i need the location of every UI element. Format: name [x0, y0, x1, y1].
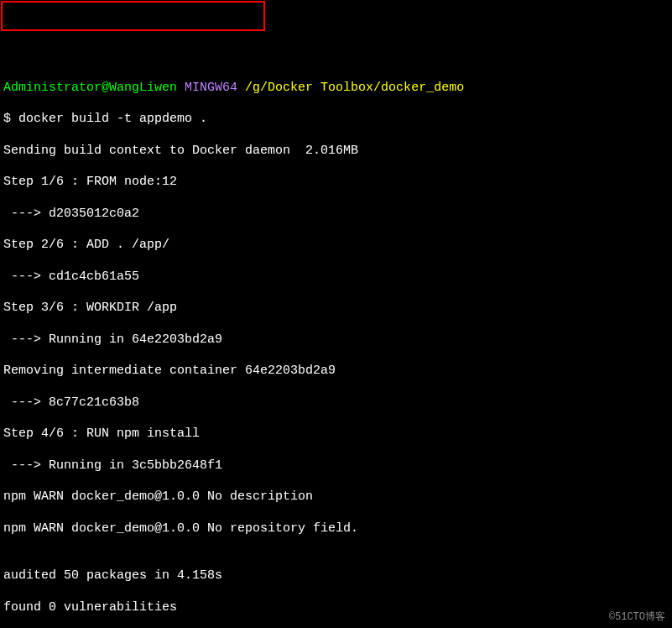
output-line: Step 1/6 : FROM node:12: [3, 175, 669, 191]
watermark-text: ©51CTO博客: [609, 611, 665, 624]
output-line: ---> Running in 64e2203bd2a9: [3, 332, 669, 348]
output-line: ---> 8c77c21c63b8: [3, 395, 669, 411]
red-highlight-annotation: [1, 1, 265, 31]
output-line: ---> cd1c4cb61a55: [3, 270, 669, 285]
output-line: npm WARN docker_demo@1.0.0 No descriptio…: [3, 489, 669, 505]
output-line: Sending build context to Docker daemon 2…: [3, 144, 669, 160]
output-line: Step 2/6 : ADD . /app/: [3, 238, 669, 254]
prompt-user: Administrator@WangLiwen: [3, 81, 177, 95]
prompt-shell: MINGW64: [185, 81, 237, 95]
prompt-line-1: Administrator@WangLiwen MINGW64 /g/Docke…: [3, 81, 669, 97]
output-line: Step 3/6 : WORKDIR /app: [3, 301, 669, 317]
output-line: Step 4/6 : RUN npm install: [3, 427, 669, 442]
terminal-window[interactable]: Administrator@WangLiwen MINGW64 /g/Docke…: [0, 63, 672, 628]
output-line: found 0 vulnerabilities: [3, 600, 669, 616]
output-line: Removing intermediate container 64e2203b…: [3, 364, 669, 379]
prompt-path: /g/Docker Toolbox/docker_demo: [245, 81, 464, 95]
output-line: audited 50 packages in 4.158s: [3, 568, 669, 584]
output-line: ---> d2035012c0a2: [3, 207, 669, 222]
output-line: ---> Running in 3c5bbb2648f1: [3, 458, 669, 474]
command-line: $ docker build -t appdemo .: [3, 112, 669, 128]
output-line: npm WARN docker_demo@1.0.0 No repository…: [3, 521, 669, 537]
